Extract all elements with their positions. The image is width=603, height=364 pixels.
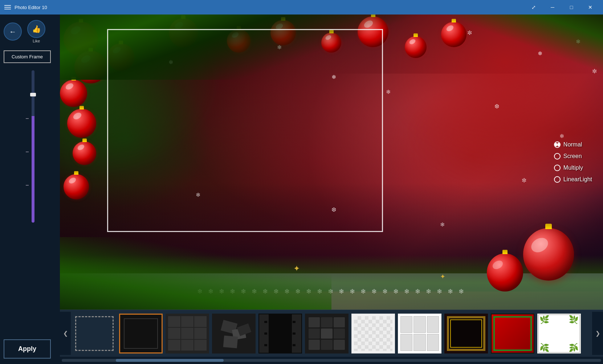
vine-tl: 🌿 — [539, 316, 549, 324]
fp3 — [264, 344, 267, 346]
frames-container: ❄ ❄ ❄ ❄ 🌿 🌿 🌿 🌿 — [71, 312, 592, 355]
frame-white-grid[interactable] — [398, 314, 441, 353]
blend-options: Normal Screen Multiply LinearLight — [554, 141, 592, 183]
snowflake-8: ✼ — [522, 177, 526, 184]
frame-puzzle[interactable] — [351, 314, 395, 353]
tick-1 — [26, 118, 29, 119]
fp6 — [293, 344, 296, 346]
fp1 — [264, 321, 267, 323]
radio-normal[interactable] — [554, 141, 561, 148]
large-ornament-right — [523, 228, 574, 281]
radio-multiply[interactable] — [554, 165, 561, 171]
like-label: Like — [33, 39, 40, 43]
large-ornament-right2 — [487, 253, 523, 291]
blend-normal[interactable]: Normal — [554, 141, 592, 148]
wg6 — [427, 334, 439, 351]
star-1: ✦ — [293, 264, 300, 273]
scatter-piece4 — [237, 323, 252, 336]
grid-layout — [166, 314, 208, 353]
blend-linearlight-label: LinearLight — [563, 176, 592, 183]
frame-rough-grid[interactable] — [305, 314, 349, 353]
frame-corner-vine[interactable]: 🌿 🌿 🌿 🌿 — [537, 314, 581, 353]
snowflake-10: ❄ — [196, 191, 200, 198]
gc2 — [181, 316, 193, 327]
radio-linearlight[interactable] — [554, 176, 561, 183]
frame-scatter[interactable] — [212, 314, 256, 353]
scrollbar-thumb[interactable] — [116, 359, 224, 362]
wg3 — [427, 316, 439, 333]
top-buttons: ← 👍 Like — [4, 20, 56, 43]
gc9 — [194, 340, 207, 351]
like-button[interactable]: 👍 — [27, 20, 45, 38]
wg2 — [413, 316, 425, 333]
scrollbar-track[interactable] — [62, 359, 601, 362]
gc3 — [194, 316, 207, 327]
ornament-14 — [64, 174, 89, 199]
wg1 — [400, 316, 412, 333]
canvas-area: ❄ ❄ ❄ ❄ ❄ ❄ ❄ ❄ ❄ ❄ ❄ ❄ ❄ ❄ ❄ ❄ ❄ ❄ ❄ ❄ … — [60, 15, 603, 364]
back-button[interactable]: ← — [4, 22, 22, 41]
gc1 — [168, 316, 180, 327]
rg5 — [321, 328, 332, 339]
blend-linearlight[interactable]: LinearLight — [554, 176, 592, 183]
snowflake-12: ❄ — [440, 221, 445, 228]
ornament-11 — [60, 80, 87, 107]
frame-ornate[interactable] — [444, 314, 488, 353]
blend-screen-label: Screen — [563, 153, 582, 160]
gc4 — [168, 328, 180, 339]
frame-film[interactable] — [258, 314, 302, 353]
rg2 — [321, 317, 332, 327]
scroll-right[interactable]: ❯ — [592, 312, 603, 355]
radio-screen[interactable] — [554, 153, 561, 160]
snowflake-6: ❆ — [494, 103, 499, 110]
tick-2 — [26, 152, 29, 152]
snowflake-7: ❄ — [559, 133, 564, 140]
frame-christmas-inner: ❄ ❄ ❄ ❄ — [492, 314, 534, 353]
scroll-left[interactable]: ❮ — [60, 312, 71, 355]
minimize-button[interactable]: ─ — [544, 0, 561, 15]
frame-film-inner — [259, 314, 301, 353]
christmas-border — [493, 316, 532, 351]
frame-grid[interactable] — [166, 314, 209, 353]
frame-rough-grid-inner — [306, 314, 348, 353]
rg3 — [334, 317, 345, 327]
slider-wrapper — [26, 70, 34, 223]
gc6 — [194, 328, 207, 339]
main-layout: ← 👍 Like Custom Frame Apply — [0, 15, 603, 364]
frame-corner-vine-inner: 🌿 🌿 🌿 🌿 — [538, 314, 580, 353]
frame-dotted-inner — [73, 314, 115, 353]
scrollbar-area — [60, 357, 603, 364]
pine-overlay-bottomleft — [60, 237, 331, 310]
christmas-decor-tl: ❄ — [493, 315, 496, 319]
blend-multiply[interactable]: Multiply — [554, 165, 592, 171]
fp4 — [293, 321, 296, 323]
pine-overlay-topright — [440, 15, 603, 73]
frame-strip: ❮ — [60, 310, 603, 357]
rg7 — [309, 340, 320, 350]
close-button[interactable]: ✕ — [582, 0, 599, 15]
frame-dotted[interactable] — [73, 314, 116, 353]
rg9 — [334, 340, 345, 350]
blend-normal-label: Normal — [563, 141, 582, 148]
window-controls: ⤢ ─ □ ✕ — [525, 0, 599, 15]
custom-frame-button[interactable]: Custom Frame — [4, 50, 51, 63]
snowflake-3: ❄ — [386, 88, 391, 95]
frame-white-grid-inner — [399, 314, 441, 353]
frame-christmas[interactable]: ❄ ❄ ❄ ❄ — [491, 314, 534, 353]
ornate-border — [447, 316, 485, 351]
rg6 — [334, 328, 345, 339]
christmas-decor-br: ❄ — [530, 348, 533, 352]
star-2: ✦ — [440, 273, 445, 281]
hamburger-menu[interactable] — [4, 5, 11, 9]
frame-dark-solid[interactable] — [119, 314, 163, 353]
resize-button[interactable]: ⤢ — [525, 0, 542, 15]
dotted-border-decoration — [75, 316, 114, 351]
blend-screen[interactable]: Screen — [554, 153, 592, 160]
apply-button[interactable]: Apply — [4, 339, 51, 359]
film-left — [264, 314, 269, 353]
gc5 — [181, 328, 193, 339]
slider-container — [4, 69, 56, 334]
rg8 — [321, 340, 332, 350]
maximize-button[interactable]: □ — [563, 0, 580, 15]
opacity-slider[interactable] — [32, 70, 34, 223]
